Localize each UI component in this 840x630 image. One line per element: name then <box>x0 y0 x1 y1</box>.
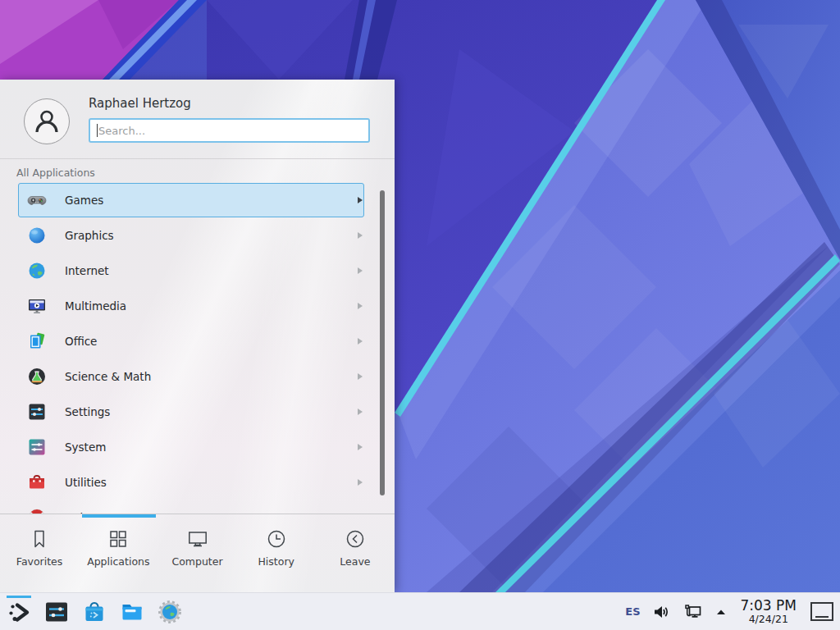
tab-computer[interactable]: Computer <box>158 514 236 592</box>
active-task-indicator <box>7 596 31 598</box>
multimedia-icon <box>27 296 47 316</box>
applications-icon <box>107 528 129 550</box>
user-avatar-icon <box>30 105 63 138</box>
app-category-science-math[interactable]: Science & Math <box>18 359 364 394</box>
app-category-help[interactable]: Help <box>18 500 364 514</box>
taskbar-system-settings-button[interactable] <box>43 596 70 628</box>
app-category-list: Games Graphics <box>0 182 395 514</box>
volume-icon[interactable] <box>651 602 671 622</box>
expand-tray-icon[interactable] <box>714 605 728 619</box>
app-category-internet[interactable]: Internet <box>18 253 364 288</box>
app-category-utilities[interactable]: Utilities <box>18 465 364 500</box>
submenu-arrow-icon <box>357 337 363 345</box>
kickoff-launcher-icon <box>7 600 31 624</box>
tab-bar: Favorites Applications Computer <box>0 514 395 592</box>
submenu-arrow-icon <box>357 408 363 416</box>
graphics-icon <box>27 226 47 245</box>
app-category-label: Science & Math <box>65 370 151 383</box>
app-category-system[interactable]: System <box>18 430 364 464</box>
office-icon <box>27 331 47 351</box>
submenu-arrow-icon <box>357 267 363 275</box>
favorites-icon <box>29 528 50 550</box>
text-caret <box>97 124 98 137</box>
submenu-arrow-icon <box>357 372 363 381</box>
system-tray: ES 7:03 PM 4/24/21 <box>625 599 833 624</box>
tab-favorites[interactable]: Favorites <box>0 514 79 592</box>
tab-label: Leave <box>340 555 370 568</box>
app-category-label: Settings <box>65 405 110 418</box>
history-icon <box>266 528 287 550</box>
utilities-icon <box>27 472 47 492</box>
system-icon <box>27 437 47 457</box>
tab-label: Favorites <box>16 555 62 568</box>
show-desktop-button[interactable] <box>810 602 833 621</box>
app-category-office[interactable]: Office <box>18 324 364 358</box>
web-globe-icon <box>158 600 182 624</box>
search-input[interactable] <box>89 118 370 143</box>
user-avatar[interactable] <box>24 98 70 144</box>
submenu-arrow-icon <box>357 196 363 204</box>
taskbar-web-globe-button[interactable] <box>157 596 183 628</box>
submenu-arrow-icon <box>357 478 363 486</box>
internet-icon <box>27 261 47 281</box>
tab-label: History <box>258 555 294 568</box>
tab-label: Applications <box>87 555 149 568</box>
taskbar-kickoff-button[interactable] <box>6 596 32 628</box>
settings-icon <box>27 402 47 422</box>
kickoff-menu: Raphael Hertzog All Applications <box>0 80 395 592</box>
search-input-field[interactable] <box>90 120 368 141</box>
desktop: Raphael Hertzog All Applications <box>0 0 840 630</box>
keyboard-layout-indicator[interactable]: ES <box>625 605 640 618</box>
games-icon <box>27 190 47 210</box>
tab-applications[interactable]: Applications <box>79 514 158 592</box>
help-icon <box>27 508 47 514</box>
app-category-label: Utilities <box>65 476 107 489</box>
app-category-games[interactable]: Games <box>18 183 364 217</box>
discover-icon <box>82 600 107 624</box>
science-icon <box>27 367 47 386</box>
app-category-label: Internet <box>65 264 109 277</box>
digital-clock[interactable]: 7:03 PM 4/24/21 <box>739 599 799 624</box>
submenu-arrow-icon <box>357 231 363 240</box>
submenu-arrow-icon <box>357 443 363 451</box>
dolphin-icon <box>120 600 144 624</box>
app-category-label: Office <box>65 335 97 348</box>
scrollbar-thumb[interactable] <box>380 190 385 495</box>
show-desktop-icon <box>815 616 829 618</box>
network-icon[interactable] <box>682 602 703 622</box>
submenu-arrow-icon <box>357 302 363 310</box>
leave-icon <box>345 528 366 550</box>
system-settings-icon <box>44 600 69 624</box>
app-category-graphics[interactable]: Graphics <box>18 218 364 253</box>
section-label: All Applications <box>16 167 395 182</box>
clock-date: 4/24/21 <box>741 614 797 624</box>
clock-time: 7:03 PM <box>741 599 797 614</box>
tab-history[interactable]: History <box>237 514 316 592</box>
user-name: Raphael Hertzog <box>89 96 191 111</box>
computer-icon <box>187 528 208 550</box>
taskbar-discover-button[interactable] <box>81 596 107 628</box>
app-category-label: Multimedia <box>65 299 126 313</box>
taskbar-panel: ES 7:03 PM 4/24/21 <box>0 592 840 630</box>
app-category-label: System <box>65 441 106 454</box>
tab-label: Computer <box>171 555 222 568</box>
app-category-label: Games <box>65 194 103 207</box>
app-category-multimedia[interactable]: Multimedia <box>18 289 364 323</box>
tab-leave[interactable]: Leave <box>316 514 395 592</box>
taskbar-dolphin-button[interactable] <box>119 596 145 628</box>
app-category-settings[interactable]: Settings <box>18 395 364 429</box>
app-category-label: Graphics <box>65 229 114 242</box>
kickoff-header: Raphael Hertzog <box>0 80 395 159</box>
active-tab-indicator <box>82 514 156 518</box>
